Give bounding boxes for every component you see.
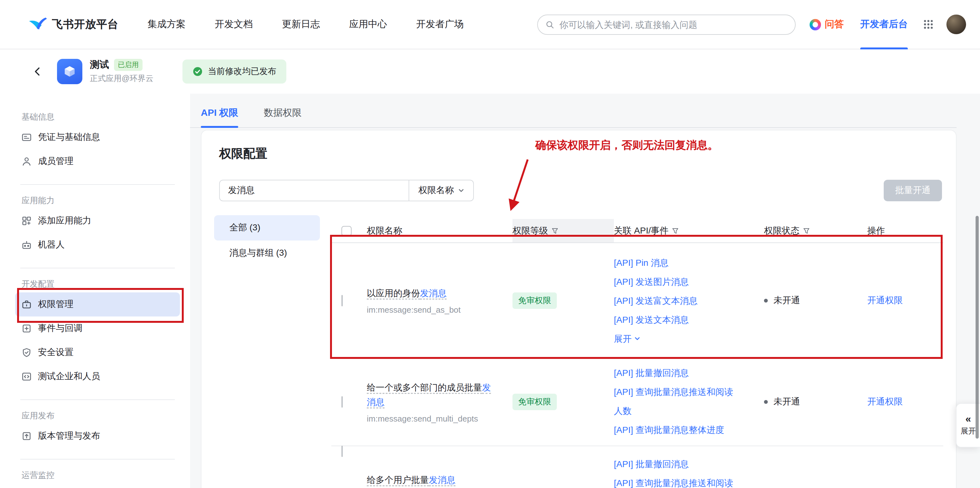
permission-name[interactable]: 给一个或多个部门的成员批量发消息: [367, 380, 493, 409]
sidebar-item-events[interactable]: 事件与回调: [15, 317, 180, 341]
enable-permission-link[interactable]: 开通权限: [867, 396, 903, 406]
permission-name-text: 以应用的身份: [367, 288, 420, 298]
enable-permission-link[interactable]: 开通权限: [867, 295, 903, 305]
robot-icon: [22, 240, 32, 250]
sidebar-item-label: 凭证与基础信息: [38, 132, 100, 143]
permission-name-text: 给一个或多个部门的成员批量: [367, 382, 482, 393]
back-icon[interactable]: [29, 63, 46, 80]
expand-panel-label: 展开: [961, 426, 976, 437]
filter-funnel-icon[interactable]: [551, 227, 559, 234]
chevron-down-icon: [634, 336, 640, 342]
shield-icon: [22, 347, 32, 358]
brand-logo[interactable]: 飞书开放平台: [28, 15, 118, 34]
permission-status: 未开通: [764, 295, 867, 306]
search-input[interactable]: [559, 19, 788, 29]
sidebar-item-security[interactable]: 安全设置: [15, 341, 180, 364]
tab-api-permission[interactable]: API 权限: [201, 98, 238, 127]
sidebar-item-bot[interactable]: 机器人: [15, 233, 180, 257]
col-header-name: 权限名称: [367, 225, 402, 236]
dev-console-label: 开发者后台: [860, 18, 908, 30]
chevron-down-icon: [458, 187, 464, 194]
status-dot-icon: [764, 298, 768, 302]
row-checkbox[interactable]: [342, 445, 343, 457]
user-avatar[interactable]: [947, 14, 966, 34]
sidebar-item-version[interactable]: 版本管理与发布: [15, 424, 180, 448]
col-header-action: 操作: [867, 225, 885, 236]
global-search[interactable]: [537, 14, 795, 35]
app-name: 测试: [90, 59, 109, 71]
sidebar: 基础信息 凭证与基础信息 成员管理 应用能力 添加应用能力 机器人 开发配置 权…: [15, 93, 180, 488]
status-badge: 已启用: [114, 59, 143, 71]
col-header-api: 关联 API/事件: [614, 225, 669, 236]
page-title: 权限配置: [219, 146, 267, 162]
select-all-checkbox[interactable]: [342, 226, 352, 236]
sidebar-item-add-capability[interactable]: 添加应用能力: [15, 209, 180, 233]
sidebar-section-release: 应用发布: [22, 410, 175, 421]
expand-api-list-link[interactable]: 展开: [614, 329, 739, 348]
sidebar-item-label: 机器人: [38, 239, 65, 250]
sidebar-item-members[interactable]: 成员管理: [15, 149, 180, 173]
category-message-group[interactable]: 消息与群组 (3): [214, 241, 320, 266]
api-link[interactable]: [API] 发送富文本消息: [614, 291, 739, 310]
sidebar-item-label: 添加应用能力: [38, 215, 91, 227]
col-header-level: 权限等级: [512, 225, 548, 236]
api-link[interactable]: [API] 批量撤回消息: [614, 363, 739, 382]
publish-status-text: 当前修改均已发布: [208, 66, 276, 77]
permission-card: 权限配置 权限名称 批量开通 全部 (3) 消息与群组 (3) 权限名称: [201, 130, 956, 488]
tab-data-permission[interactable]: 数据权限: [264, 98, 302, 127]
page: 飞书开放平台 集成方案 开发文档 更新日志 应用中心 开发者广场 问答 开发者后…: [0, 0, 980, 488]
nav-item-dev-console[interactable]: 开发者后台: [860, 0, 908, 49]
permission-name[interactable]: 给多个用户批量发消息: [367, 473, 493, 487]
nav-item-changelog[interactable]: 更新日志: [282, 18, 320, 30]
permission-name[interactable]: 以应用的身份发消息: [367, 286, 493, 301]
api-link[interactable]: [API] 发送文本消息: [614, 310, 739, 329]
nav-item-docs[interactable]: 开发文档: [215, 18, 253, 30]
event-callback-icon: [22, 323, 32, 334]
api-link[interactable]: [API] 发送图片消息: [614, 272, 739, 291]
permission-table: 权限名称 权限等级 关联 API/事件 权限状态 操作: [331, 219, 943, 488]
qa-ring-icon: [810, 19, 821, 30]
nav-item-integration[interactable]: 集成方案: [148, 18, 186, 30]
apps-grid-icon[interactable]: [923, 19, 934, 30]
tab-label: API 权限: [201, 107, 238, 119]
sidebar-item-credentials[interactable]: 凭证与基础信息: [15, 125, 180, 149]
sidebar-section-capability: 应用能力: [22, 195, 175, 206]
main-content: API 权限 数据权限 权限配置 权限名称 批量开通 全部 (3) 消息与群组 …: [190, 93, 980, 488]
sidebar-section-monitor: 运营监控: [22, 470, 175, 481]
code-brackets-icon: [22, 372, 32, 382]
members-icon: [22, 156, 32, 166]
nav-item-dev-plaza[interactable]: 开发者广场: [416, 18, 464, 30]
filter-funnel-icon[interactable]: [803, 227, 810, 234]
vertical-scrollbar[interactable]: [975, 216, 979, 439]
sidebar-item-test-org[interactable]: 测试企业和人员: [15, 364, 180, 389]
publish-status-chip: 当前修改均已发布: [183, 60, 286, 84]
api-link[interactable]: [API] 查询批量消息推送和阅读人数: [614, 382, 739, 420]
status-text: 未开通: [773, 396, 800, 407]
row-checkbox[interactable]: [342, 295, 343, 306]
filter-funnel-icon[interactable]: [672, 227, 679, 234]
permission-briefcase-icon: [22, 299, 32, 309]
tab-label: 数据权限: [264, 107, 302, 119]
api-link[interactable]: [API] Pin 消息: [614, 253, 739, 272]
row-checkbox[interactable]: [342, 396, 343, 407]
add-capability-icon: [22, 216, 32, 226]
api-link[interactable]: [API] 查询批量消息整体进度: [614, 420, 739, 439]
app-cube-icon: [57, 59, 82, 84]
search-field-selector[interactable]: 权限名称: [409, 181, 473, 201]
api-link[interactable]: [API] 批量撤回消息: [614, 455, 739, 474]
batch-enable-button[interactable]: 批量开通: [884, 180, 942, 201]
divider: [20, 399, 175, 400]
sidebar-item-label: 测试企业和人员: [38, 371, 100, 382]
permission-tabs: API 权限 数据权限: [190, 98, 956, 128]
nav-item-app-center[interactable]: 应用中心: [349, 18, 387, 30]
app-header: 测试 已启用 正式应用@环界云 当前修改均已发布: [0, 49, 980, 93]
sidebar-item-permissions[interactable]: 权限管理: [15, 292, 180, 317]
divider: [20, 268, 175, 268]
double-chevron-left-icon: «: [966, 414, 971, 424]
permission-search-input[interactable]: [220, 181, 409, 201]
category-all[interactable]: 全部 (3): [214, 215, 320, 241]
permission-name-text: 给多个用户批量: [367, 475, 429, 485]
api-link[interactable]: [API] 查询批量消息推送和阅读: [614, 474, 739, 488]
qa-link[interactable]: 问答: [810, 18, 844, 30]
app-subtitle: 正式应用@环界云: [90, 73, 153, 84]
